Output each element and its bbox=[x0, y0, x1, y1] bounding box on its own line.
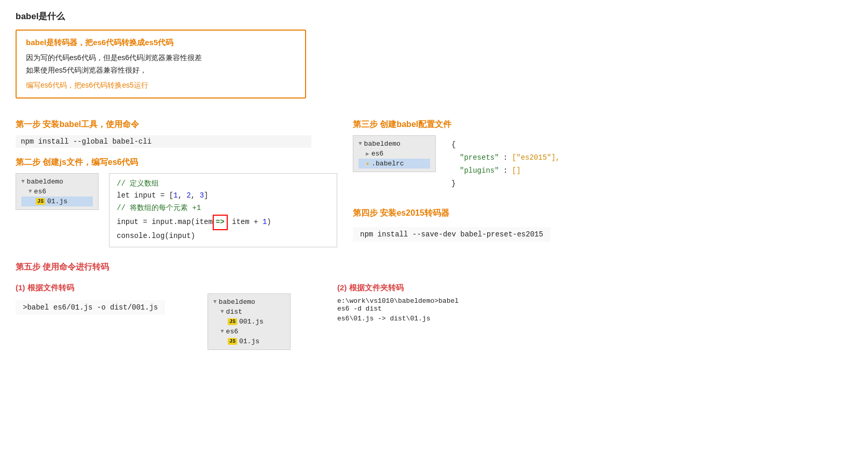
folder-collapse-icon-es6: ▼ bbox=[29, 188, 32, 194]
step5-sub1: (1) 根据文件转码 >babel es6/01.js -o dist/001.… bbox=[16, 278, 202, 354]
code-map-line: input = input.map(item=> item + 1) bbox=[117, 215, 329, 230]
step5-tree-root: ▼ babeldemo bbox=[213, 297, 285, 307]
step5-tree-dist: ▼ dist bbox=[213, 307, 285, 317]
info-box: babel是转码器，把es6代码转换成es5代码 因为写的代码es6代码，但是e… bbox=[16, 30, 306, 99]
step4-command: npm install --save-dev babel-preset-es20… bbox=[353, 227, 550, 242]
babelrc-icon: ✦ bbox=[366, 160, 369, 167]
folder-collapse-icon: ▼ bbox=[21, 178, 25, 185]
step3-section: 第三步 创建babel配置文件 ▼ babeldemo ▶ es6 ✦ .bab… bbox=[353, 119, 852, 194]
step3-title: 第三步 创建babel配置文件 bbox=[353, 119, 852, 130]
json-plugins-line: "plugins" : [] bbox=[451, 164, 560, 177]
left-column: 第一步 安装babel工具，使用命令 npm install --global … bbox=[16, 110, 311, 354]
step5-tree-001js: JS 001.js bbox=[213, 317, 285, 327]
info-box-body: 因为写的代码es6代码，但是es6代码浏览器兼容性很差 如果使用es5代码浏览器… bbox=[26, 52, 296, 77]
right-column: 第三步 创建babel配置文件 ▼ babeldemo ▶ es6 ✦ .bab… bbox=[311, 110, 852, 354]
json-plugins-val: [] bbox=[512, 166, 521, 175]
code-let-line: let input = [1, 2, 3] bbox=[117, 190, 329, 202]
step3-tree-babelrc: ✦ .babelrc bbox=[359, 159, 430, 169]
step4-section: 第四步 安装es2015转码器 npm install --save-dev b… bbox=[353, 208, 852, 245]
json-presets-val: ["es2015"], bbox=[512, 153, 560, 162]
folder-icon-step3-es6: ▶ bbox=[366, 150, 369, 157]
js-icon-01: JS bbox=[228, 338, 237, 345]
folder-icon-es6-2: ▼ bbox=[221, 328, 224, 334]
step5-sub1-title: (1) 根据文件转码 bbox=[16, 283, 202, 293]
code-comment2-line: // 将数组的每个元素 +1 bbox=[117, 202, 329, 215]
step1-section: 第一步 安装babel工具，使用命令 npm install --global … bbox=[16, 119, 311, 148]
step1-title: 第一步 安装babel工具，使用命令 bbox=[16, 119, 311, 130]
code-console-line: console.log(input) bbox=[117, 230, 329, 243]
tree-root-babeldemo: ▼ babeldemo bbox=[21, 177, 93, 187]
json-close: } bbox=[451, 177, 560, 190]
step2-section: 第二步 创建js文件，编写es6代码 ▼ babeldemo ▼ es6 JS … bbox=[16, 157, 311, 247]
code-comment-line: // 定义数组 bbox=[117, 178, 329, 190]
folder-icon-step3-root: ▼ bbox=[359, 141, 362, 147]
folder-icon-root: ▼ bbox=[213, 299, 217, 305]
step5-tree-01js: JS 01.js bbox=[213, 336, 285, 346]
step5-bottom: (1) 根据文件转码 >babel es6/01.js -o dist/001.… bbox=[16, 278, 311, 354]
step2-title: 第二步 创建js文件，编写es6代码 bbox=[16, 157, 311, 168]
step5-sub1-command: >babel es6/01.js -o dist/001.js bbox=[16, 300, 165, 315]
json-presets-key: "presets" bbox=[460, 153, 499, 162]
info-box-heading: babel是转码器，把es6代码转换成es5代码 bbox=[26, 38, 296, 48]
json-open: { bbox=[451, 138, 560, 151]
js-icon-001: JS bbox=[228, 318, 237, 325]
step4-title: 第四步 安装es2015转码器 bbox=[353, 208, 852, 219]
js-icon: JS bbox=[36, 198, 45, 205]
step3-file-tree: ▼ babeldemo ▶ es6 ✦ .babelrc bbox=[353, 135, 436, 172]
json-plugins-key: "plugins" bbox=[460, 166, 499, 175]
folder-icon-dist: ▼ bbox=[221, 308, 224, 315]
tree-file-01js: JS 01.js bbox=[21, 197, 93, 206]
json-presets-line: "presets" : ["es2015"], bbox=[451, 151, 560, 164]
page-title: babel是什么 bbox=[16, 10, 852, 22]
step3-tree-root: ▼ babeldemo bbox=[359, 139, 430, 149]
step5-section: 第五步 使用命令进行转码 (1) 根据文件转码 >babel es6/01.js… bbox=[16, 262, 311, 354]
step5-tree: ▼ babeldemo ▼ dist JS 001.js ▼ bbox=[208, 293, 291, 350]
step5-tree-es6: ▼ es6 bbox=[213, 327, 285, 336]
step5-title: 第五步 使用命令进行转码 bbox=[16, 262, 311, 273]
step2-file-tree: ▼ babeldemo ▼ es6 JS 01.js bbox=[16, 173, 99, 210]
step5-file-tree: ▼ babeldemo ▼ dist JS 001.js ▼ bbox=[202, 278, 316, 354]
tree-folder-es6: ▼ es6 bbox=[21, 187, 93, 197]
step3-tree-es6: ▶ es6 bbox=[359, 149, 430, 159]
step3-json-config: { "presets" : ["es2015"], "plugins" : []… bbox=[451, 135, 560, 194]
info-box-footer: 编写es6代码，把es6代码转换es5运行 bbox=[26, 81, 296, 90]
step1-command: npm install --global babel-cli bbox=[16, 135, 311, 148]
step2-code-editor: // 定义数组 let input = [1, 2, 3] // 将数组的每个元… bbox=[109, 173, 337, 247]
arrow-box: => bbox=[213, 215, 228, 230]
